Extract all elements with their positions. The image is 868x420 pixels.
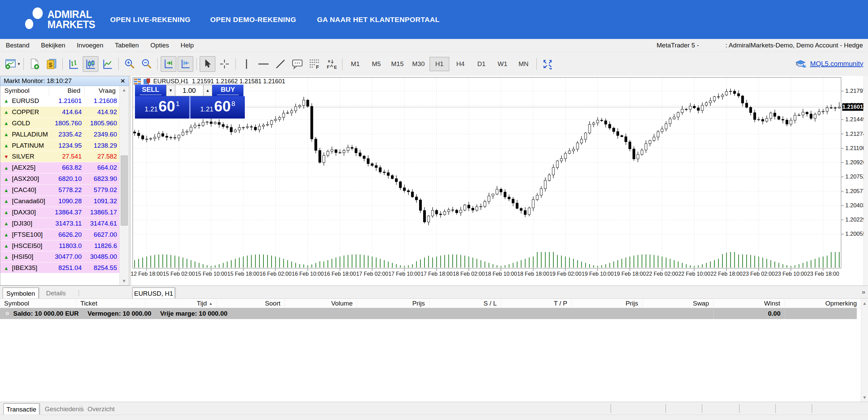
toolbox-column-soort[interactable]: Soort [217,299,285,308]
zoom-in-button[interactable] [122,56,137,72]
timeframe-h4[interactable]: H4 [451,57,470,71]
market-watch-row-hsi50[interactable]: ▲[HSI50]30477.0030485.00 [0,251,120,262]
horizontal-line-tool-button[interactable] [256,56,271,72]
chart-tab-eurusd-h1[interactable]: EURUSD, H1 [132,288,175,299]
open-demo-account-link[interactable]: OPEN DEMO-REKENING [210,0,296,39]
price-up-icon: ▲ [4,143,9,148]
market-watch-row-asx200[interactable]: ▲[ASX200]6820.106823.90 [0,173,120,185]
scrollbar-thumb[interactable] [121,155,128,226]
crosshair-tool-button[interactable] [217,56,232,72]
market-watch-row-ibex35[interactable]: ▲[IBEX35]8251.048254.55 [0,262,120,273]
volume-increase-button[interactable]: ▲ [203,85,212,96]
timeframe-d1[interactable]: D1 [472,57,491,71]
candlestick-mode-button[interactable] [83,56,98,72]
market-watch-row-platinum[interactable]: ▲PLATINUM1234.951238.29 [0,140,120,151]
tab-transactie[interactable]: Transactie [3,403,39,415]
toolbox-column-prijs[interactable]: Prijs [572,299,643,308]
timeframe-m15[interactable]: M15 [388,57,407,71]
market-watch-scrollbar[interactable]: ▲ ▼ [119,86,129,285]
market-watch-row-copper[interactable]: ▲COPPER414.64414.92 [0,107,120,118]
column-symbool[interactable]: Symbool [4,87,29,94]
new-chart-button[interactable]: ▾ [5,56,20,72]
timeframe-m5[interactable]: M5 [367,57,386,71]
depth-of-market-icon[interactable] [134,78,141,85]
close-icon[interactable]: ✕ [119,78,126,84]
market-watch-row-hscei50[interactable]: ▲[HSCEI50]11803.011826.6 [0,240,120,252]
menu-item-bestand[interactable]: Bestand [0,42,35,49]
market-watch-row-gold[interactable]: ▲GOLD1805.7601805.960 [0,118,120,129]
toolbox-column-volume[interactable]: Volume [285,299,357,308]
timeframe-m1[interactable]: M1 [346,57,365,71]
menu-item-help[interactable]: Help [175,42,199,49]
toolbox-column-symbool[interactable]: Symbool [0,299,76,308]
market-watch-row-dji30[interactable]: ▲[DJI30]31473.1131474.61 [0,218,120,229]
market-watch-row-cac40[interactable]: ▲[CAC40]5778.225779.02 [0,185,120,196]
toolbox-scrollbar[interactable]: ▲ ▼ [861,299,868,402]
market-watch-row-dax30[interactable]: ▲[DAX30]13864.3713865.17 [0,207,120,218]
market-watch-title[interactable]: Markt Monitor: 18:10:27 ✕ [0,76,129,86]
column-vraag[interactable]: Vraag [84,87,116,94]
symbols-button[interactable]: $ [44,56,59,72]
client-portal-link[interactable]: GA NAAR HET KLANTENPORTAAL [317,0,440,39]
open-live-account-link[interactable]: OPEN LIVE-REKENING [110,0,191,39]
scroll-up-icon[interactable]: ▲ [861,301,868,306]
price-axis-label: 1.21100 [845,145,866,152]
timeframe-mn[interactable]: MN [514,57,533,71]
toolbox-column-opmerking[interactable]: Opmerking [785,299,861,308]
toolbox-column-winst[interactable]: Winst [713,299,785,308]
tab-geschiedenis[interactable]: Geschiedenis [45,403,84,415]
chart-shift-button[interactable] [178,56,193,72]
cursor-tool-button[interactable] [200,56,215,72]
toolbox-column-prijs[interactable]: Prijs [357,299,429,308]
more-tabs-icon[interactable]: » [862,288,865,296]
timeframe-m30[interactable]: M30 [409,57,428,71]
one-click-trading-icon[interactable] [143,78,151,85]
balance-row[interactable]: Saldo: 10 000.00 EUR Vermogen: 10 000.00… [0,308,857,319]
zoom-out-button[interactable] [139,56,154,72]
menu-item-bekijken[interactable]: Bekijken [35,42,71,49]
indicators-button[interactable]: F E [323,56,339,72]
trendline-tool-button[interactable] [273,56,288,72]
bar-chart-mode-button[interactable] [66,56,81,72]
menu-item-opties[interactable]: Opties [145,42,175,49]
new-order-button[interactable] [27,56,42,72]
tab-symbolen[interactable]: Symbolen [3,288,39,299]
market-watch-row-ftse100[interactable]: ▲[FTSE100]6626.206627.00 [0,229,120,240]
toolbox-column-sl[interactable]: S / L [429,299,501,308]
sell-button[interactable]: SELL [135,85,166,96]
buy-button[interactable]: BUY [212,85,243,96]
scroll-down-icon[interactable]: ▼ [120,278,129,284]
sell-price[interactable]: 1.21 60 1 [135,96,189,119]
chart-scrollbar[interactable] [864,76,868,286]
buy-price[interactable]: 1.21 60 8 [191,96,245,119]
time-axis-label: 22 Feb 10:00 [678,271,710,277]
toolbox-column-ticket[interactable]: Ticket [76,299,146,308]
toolbox-column-tijd[interactable]: Tijd▲ [146,299,217,308]
timeframe-h1[interactable]: H1 [430,57,449,71]
scroll-up-icon[interactable]: ▲ [120,87,129,92]
market-watch-row-palladium[interactable]: ▲PALLADIUM2335.422349.60 [0,129,120,140]
volume-input[interactable]: 1.00 [175,85,203,96]
toolbox-column-swap[interactable]: Swap [643,299,713,308]
vertical-line-tool-button[interactable] [239,56,254,72]
fibonacci-tool-button[interactable]: F [307,56,322,72]
fullscreen-button[interactable] [540,56,555,72]
line-chart-mode-button[interactable] [100,56,115,72]
tab-details[interactable]: Details [46,288,66,299]
market-watch-row-aex25[interactable]: ▲[AEX25]663.82664.02 [0,162,120,173]
text-label-tool-button[interactable] [290,56,305,72]
toolbox-column-tp[interactable]: T / P [501,299,572,308]
scroll-down-icon[interactable]: ▼ [861,395,868,400]
market-watch-row-silver[interactable]: ▼SILVER27.54127.582 [0,151,120,162]
volume-decrease-button[interactable]: ▼ [166,85,175,96]
market-watch-row-canada60[interactable]: ▲[Canada60]1090.281091.32 [0,196,120,207]
menu-item-tabellen[interactable]: Tabellen [109,42,145,49]
auto-scroll-button[interactable] [161,56,176,72]
column-bied[interactable]: Bied [49,87,80,94]
tab-overzicht[interactable]: Overzicht [87,403,115,415]
mql5-community-link[interactable]: MQL5.community [810,60,863,68]
market-watch-row-eurusd[interactable]: ▲EURUSD1.216011.21608 [0,96,120,107]
menu-item-invoegen[interactable]: Invoegen [71,42,109,49]
timeframe-w1[interactable]: W1 [493,57,512,71]
price-up-icon: ▲ [4,131,9,137]
